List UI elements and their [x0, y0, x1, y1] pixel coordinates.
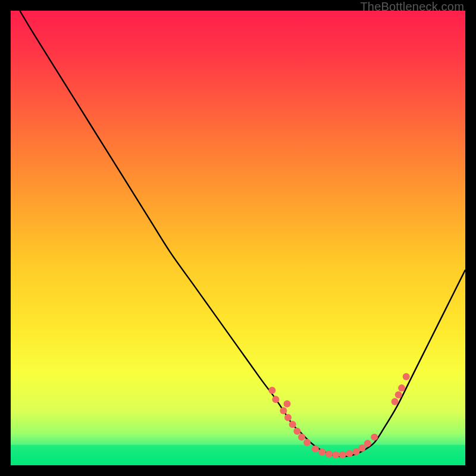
- data-dot: [325, 450, 333, 458]
- data-dot: [392, 398, 399, 405]
- data-dot: [359, 444, 366, 452]
- green-band: [11, 445, 465, 465]
- svg-rect-0: [11, 445, 465, 465]
- data-dot: [284, 414, 292, 421]
- data-dot: [312, 445, 319, 452]
- data-dot: [284, 400, 291, 408]
- data-dot: [339, 451, 346, 458]
- data-dot: [332, 451, 339, 458]
- data-dot: [303, 439, 311, 446]
- watermark-text: TheBottleneck.com: [360, 0, 464, 14]
- chart-frame: [11, 11, 465, 465]
- data-dot: [293, 428, 300, 435]
- data-dot: [364, 440, 371, 447]
- data-dot: [268, 387, 275, 394]
- data-dot: [272, 396, 279, 403]
- data-dot: [289, 421, 296, 428]
- data-dot: [346, 450, 353, 457]
- data-dot: [395, 392, 402, 399]
- data-dot: [318, 449, 325, 456]
- data-dot: [371, 434, 378, 441]
- data-dot: [398, 384, 405, 392]
- data-dot: [280, 407, 287, 414]
- data-dot: [298, 434, 305, 441]
- data-dot: [353, 448, 360, 455]
- data-dot: [403, 373, 410, 380]
- chart-svg: [11, 11, 465, 465]
